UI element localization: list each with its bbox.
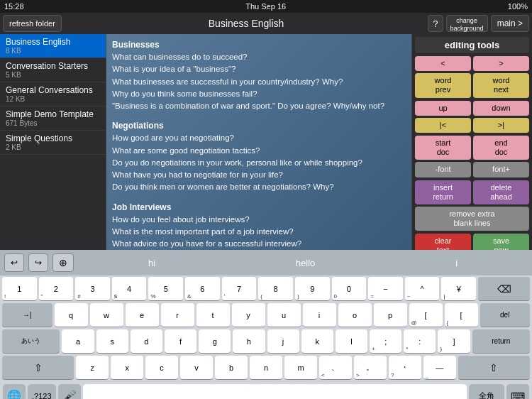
clear-text-button[interactable]: clear text (415, 234, 471, 250)
key-minus[interactable]: =− (368, 277, 403, 301)
text-line: What is the most important part of a job… (112, 226, 406, 238)
key-g[interactable]: g (199, 329, 231, 354)
key-a[interactable]: a (62, 329, 94, 354)
caps-key[interactable]: あいう (2, 329, 60, 354)
key-n[interactable]: n (250, 356, 282, 380)
key-question[interactable]: ?・ (389, 356, 421, 380)
tab-key[interactable]: →| (2, 303, 52, 327)
key-bracket-close[interactable]: }] (438, 329, 470, 354)
key-v[interactable]: v (180, 356, 213, 380)
key-2[interactable]: "2 (39, 277, 74, 301)
main-content[interactable]: Businesses What can businesses do to suc… (106, 34, 411, 250)
sidebar-item-simple-demo-template[interactable]: Simple Demo Template 671 Bytes (0, 106, 106, 131)
key-5[interactable]: %5 (148, 277, 183, 301)
start-doc-button[interactable]: start doc (415, 136, 471, 160)
numbers-key[interactable]: .?123 (28, 384, 56, 399)
key-4[interactable]: $4 (112, 277, 147, 301)
key-x[interactable]: x (111, 356, 143, 380)
backspace-key[interactable]: ⌫ (478, 277, 530, 301)
shift-right-key[interactable]: ⇧ (458, 356, 530, 380)
delete-key[interactable]: del (480, 303, 531, 327)
autocomplete-hi[interactable]: hi (141, 256, 162, 270)
redo-button[interactable]: ↪ (28, 253, 48, 272)
paste-button[interactable]: ⊕ (52, 253, 74, 272)
key-q[interactable]: q (55, 303, 88, 327)
return-key[interactable]: return (472, 329, 530, 354)
key-l[interactable]: l (336, 329, 367, 354)
key-tilde[interactable]: ~^ (405, 277, 440, 301)
key-w[interactable]: w (90, 303, 123, 327)
globe-key[interactable]: 🌐 (3, 384, 26, 399)
cursor-right-button[interactable]: > (473, 56, 529, 71)
key-3[interactable]: #3 (75, 277, 110, 301)
key-i[interactable]: i (303, 303, 336, 327)
sidebar: Business English 8 KB Conversation Start… (0, 34, 106, 250)
word-prev-button[interactable]: word prev (415, 73, 471, 97)
key-h[interactable]: h (233, 329, 265, 354)
main-button[interactable]: main > (491, 15, 529, 32)
key-j[interactable]: j (267, 329, 299, 354)
sidebar-item-general-conversations[interactable]: General Conversations 12 KB (0, 82, 106, 106)
font-plus-button[interactable]: font+ (473, 162, 529, 177)
word-next-button[interactable]: word next (473, 73, 529, 97)
end-doc-button[interactable]: end doc (473, 136, 529, 160)
zxcv-row: ⇧ z x c v b n m <、 >。 ?・ _— ⇧ (2, 356, 530, 380)
key-m[interactable]: m (284, 356, 317, 380)
key-8[interactable]: (8 (258, 277, 293, 301)
space-key[interactable] (83, 384, 467, 399)
kanji-key[interactable]: 全角 (469, 384, 504, 399)
sidebar-item-simple-questions[interactable]: Simple Questions 2 KB (0, 131, 106, 155)
text-line: Why do you think some businesses fail? (112, 88, 406, 100)
key-z[interactable]: z (76, 356, 109, 380)
sidebar-item-name: Simple Questions (6, 133, 100, 143)
key-s[interactable]: s (96, 329, 128, 354)
key-yen[interactable]: |¥ (441, 277, 476, 301)
mic-key[interactable]: 🎤 (58, 384, 81, 399)
undo-button[interactable]: ↩ (4, 253, 24, 272)
remove-blank-lines-button[interactable]: remove extra blank lines (415, 207, 529, 231)
key-plus[interactable]: +; (370, 329, 401, 354)
key-gt[interactable]: >。 (354, 356, 387, 380)
key-b[interactable]: b (215, 356, 248, 380)
cursor-left-button[interactable]: < (415, 56, 471, 71)
sidebar-item-business-english[interactable]: Business English 8 KB (0, 34, 106, 58)
key-d[interactable]: d (131, 329, 162, 354)
key-t[interactable]: t (196, 303, 230, 327)
key-c[interactable]: c (145, 356, 178, 380)
line-end-button[interactable]: >| (473, 118, 529, 133)
cursor-up-button[interactable]: up (415, 101, 471, 116)
key-r[interactable]: r (161, 303, 194, 327)
key-6[interactable]: &6 (185, 277, 220, 301)
line-start-button[interactable]: |< (415, 118, 471, 133)
key-underscore[interactable]: _— (423, 356, 456, 380)
save-now-button[interactable]: save now (473, 234, 529, 250)
key-p[interactable]: p (374, 303, 407, 327)
delete-ahead-button[interactable]: delete ahead (473, 180, 529, 204)
sidebar-item-conversation-starters[interactable]: Conversation Starters 5 KB (0, 58, 106, 82)
key-e[interactable]: e (126, 303, 159, 327)
help-button[interactable]: ? (428, 15, 443, 32)
key-u[interactable]: u (267, 303, 301, 327)
key-k[interactable]: k (301, 329, 333, 354)
font-minus-button[interactable]: -font (415, 162, 471, 177)
refresh-folder-button[interactable]: refresh folder (3, 15, 62, 32)
shift-left-key[interactable]: ⇧ (2, 356, 74, 380)
key-9[interactable]: )9 (295, 277, 330, 301)
insert-return-button[interactable]: insert return (415, 180, 471, 204)
text-line: What are some good negotiation tactics? (112, 145, 406, 157)
keyboard-hide-key[interactable]: ⌨ (506, 384, 529, 399)
key-1[interactable]: !1 (2, 277, 37, 301)
key-f[interactable]: f (165, 329, 196, 354)
key-lt[interactable]: <、 (319, 356, 352, 380)
key-star[interactable]: *: (404, 329, 436, 354)
key-at[interactable]: @[ (409, 303, 443, 327)
key-bracket-open[interactable]: {[ (445, 303, 478, 327)
key-y[interactable]: y (232, 303, 265, 327)
key-o[interactable]: o (338, 303, 372, 327)
key-0[interactable]: 00 (332, 277, 367, 301)
change-background-button[interactable]: change background (446, 15, 488, 32)
key-7[interactable]: '7 (222, 277, 257, 301)
autocomplete-i[interactable]: i (448, 256, 465, 270)
cursor-down-button[interactable]: down (473, 101, 529, 116)
autocomplete-hello[interactable]: hello (289, 256, 322, 270)
